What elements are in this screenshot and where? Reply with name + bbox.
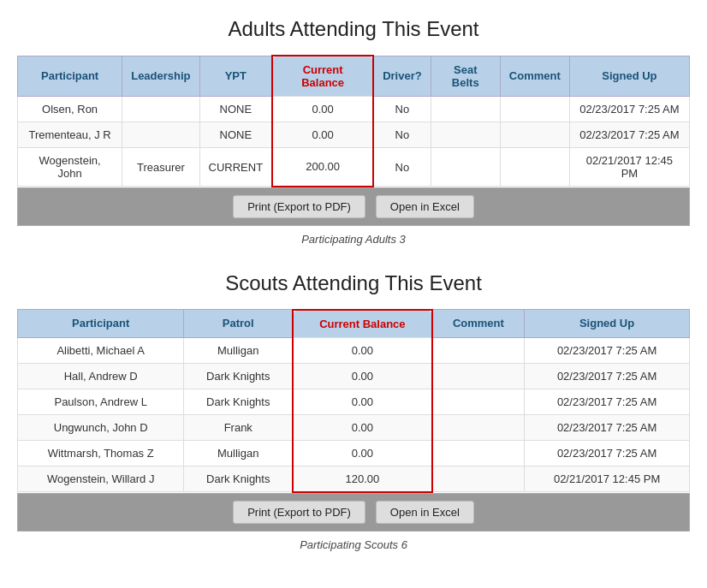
adult-comment [500, 148, 569, 187]
adult-signedup: 02/23/2017 7:25 AM [569, 97, 689, 122]
adults-row: Wogenstein, John Treasurer CURRENT 200.0… [18, 148, 690, 187]
scout-patrol: Dark Knights [184, 363, 293, 389]
adult-seatbelts [431, 122, 500, 148]
adults-print-button[interactable]: Print (Export to PDF) [233, 195, 365, 218]
adults-header-row: Participant Leadership YPT Current Balan… [18, 56, 690, 97]
scout-participant: Alibetti, Michael A [18, 337, 184, 363]
scouts-row: Wittmarsh, Thomas Z Mulligan 0.00 02/23/… [18, 440, 690, 466]
scouts-col-signedup: Signed Up [525, 310, 690, 338]
scouts-row: Paulson, Andrew L Dark Knights 0.00 02/2… [18, 389, 690, 414]
adults-table: Participant Leadership YPT Current Balan… [17, 55, 690, 187]
adults-col-participant: Participant [18, 56, 122, 97]
adult-driver: No [373, 148, 431, 187]
scout-participant: Ungwunch, John D [18, 414, 184, 440]
adult-leadership [122, 122, 199, 148]
scout-balance: 0.00 [293, 337, 431, 363]
scout-participant: Wogenstein, Willard J [18, 466, 184, 492]
adult-participant: Wogenstein, John [18, 148, 122, 187]
scouts-table-wrapper: Participant Patrol Current Balance Comme… [17, 309, 690, 532]
scouts-table: Participant Patrol Current Balance Comme… [17, 309, 690, 493]
adult-signedup: 02/21/2017 12:45 PM [569, 148, 689, 187]
scouts-title: Scouts Attending This Event [17, 271, 690, 295]
adults-button-row: Print (Export to PDF) Open in Excel [17, 187, 690, 226]
adults-col-balance: Current Balance [272, 56, 373, 97]
adults-col-ypt: YPT [199, 56, 272, 97]
scout-participant: Paulson, Andrew L [18, 389, 184, 414]
scouts-excel-button[interactable]: Open in Excel [376, 501, 474, 524]
adults-title: Adults Attending This Event [17, 17, 690, 41]
adults-table-wrapper: Participant Leadership YPT Current Balan… [17, 55, 690, 226]
scout-signedup: 02/21/2017 12:45 PM [525, 466, 690, 492]
scout-balance: 0.00 [293, 389, 431, 414]
adults-row: Olsen, Ron NONE 0.00 No 02/23/2017 7:25 … [18, 97, 690, 122]
adult-ypt: NONE [199, 97, 272, 122]
scout-comment [432, 414, 525, 440]
scout-signedup: 02/23/2017 7:25 AM [525, 363, 690, 389]
scout-participant: Wittmarsh, Thomas Z [18, 440, 184, 466]
adults-section: Adults Attending This Event Participant … [17, 17, 690, 246]
scout-balance: 0.00 [293, 414, 431, 440]
adult-balance: 200.00 [272, 148, 373, 187]
scouts-row: Wogenstein, Willard J Dark Knights 120.0… [18, 466, 690, 492]
adult-comment [500, 97, 569, 122]
adults-row: Trementeau, J R NONE 0.00 No 02/23/2017 … [18, 122, 690, 148]
scout-signedup: 02/23/2017 7:25 AM [525, 414, 690, 440]
adult-seatbelts [431, 97, 500, 122]
adults-col-signedup: Signed Up [569, 56, 689, 97]
scouts-section: Scouts Attending This Event Participant … [17, 271, 690, 551]
scout-comment [432, 389, 525, 414]
adult-driver: No [373, 122, 431, 148]
scouts-row: Alibetti, Michael A Mulligan 0.00 02/23/… [18, 337, 690, 363]
scout-comment [432, 466, 525, 492]
scouts-header-row: Participant Patrol Current Balance Comme… [18, 310, 690, 338]
adult-ypt: NONE [199, 122, 272, 148]
scouts-col-participant: Participant [18, 310, 184, 338]
scout-participant: Hall, Andrew D [18, 363, 184, 389]
scouts-print-button[interactable]: Print (Export to PDF) [233, 501, 365, 524]
scouts-footer: Participating Scouts 6 [17, 538, 690, 551]
scouts-button-row: Print (Export to PDF) Open in Excel [17, 493, 690, 532]
adult-participant: Trementeau, J R [18, 122, 122, 148]
scout-patrol: Dark Knights [184, 466, 293, 492]
scouts-row: Hall, Andrew D Dark Knights 0.00 02/23/2… [18, 363, 690, 389]
scout-comment [432, 440, 525, 466]
scout-signedup: 02/23/2017 7:25 AM [525, 440, 690, 466]
adults-footer: Participating Adults 3 [17, 233, 690, 246]
scouts-col-comment: Comment [432, 310, 525, 338]
adult-balance: 0.00 [272, 122, 373, 148]
scouts-row: Ungwunch, John D Frank 0.00 02/23/2017 7… [18, 414, 690, 440]
adults-col-driver: Driver? [373, 56, 431, 97]
adult-signedup: 02/23/2017 7:25 AM [569, 122, 689, 148]
adult-leadership [122, 97, 199, 122]
scout-comment [432, 363, 525, 389]
scout-balance: 0.00 [293, 440, 431, 466]
scout-signedup: 02/23/2017 7:25 AM [525, 389, 690, 414]
scouts-col-balance: Current Balance [293, 310, 431, 338]
adults-col-leadership: Leadership [122, 56, 199, 97]
scout-comment [432, 337, 525, 363]
adult-balance: 0.00 [272, 97, 373, 122]
adult-seatbelts [431, 148, 500, 187]
adults-col-seatbelts: Seat Belts [431, 56, 500, 97]
adult-leadership: Treasurer [122, 148, 199, 187]
adult-ypt: CURRENT [199, 148, 272, 187]
scout-balance: 0.00 [293, 363, 431, 389]
scout-signedup: 02/23/2017 7:25 AM [525, 337, 690, 363]
scouts-col-patrol: Patrol [184, 310, 293, 338]
scout-patrol: Dark Knights [184, 389, 293, 414]
scout-balance: 120.00 [293, 466, 431, 492]
scout-patrol: Frank [184, 414, 293, 440]
adult-comment [500, 122, 569, 148]
adults-col-comment: Comment [500, 56, 569, 97]
scout-patrol: Mulligan [184, 337, 293, 363]
scout-patrol: Mulligan [184, 440, 293, 466]
adult-driver: No [373, 97, 431, 122]
adult-participant: Olsen, Ron [18, 97, 122, 122]
adults-excel-button[interactable]: Open in Excel [376, 195, 474, 218]
